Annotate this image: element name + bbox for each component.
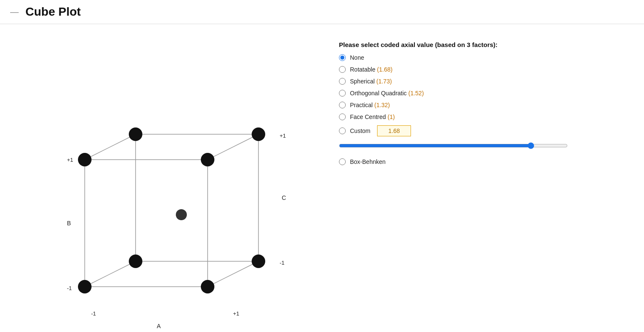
cube-edge [208,134,258,160]
radio-item-face-centred[interactable]: Face Centred (1) [339,113,627,120]
c-neg-label: -1 [280,260,285,266]
radio-label-ortho: Orthogonal Quadratic (1.52) [350,90,424,97]
custom-radio-label[interactable]: Custom [339,127,370,134]
cube-vertex [201,153,214,166]
radio-item-box-behnken[interactable]: Box-Behnken [339,158,627,165]
radio-item-practical[interactable]: Practical (1.32) [339,102,627,108]
cube-plot-area: -1 +1 A +1 -1 B -1 +1 C [17,33,314,332]
cube-vertex [129,127,142,141]
cube-vertex [78,280,92,293]
main-content: -1 +1 A +1 -1 B -1 +1 C Please select co… [0,24,644,332]
slider-container [339,142,627,151]
radio-custom[interactable] [339,127,346,134]
page-title: Cube Plot [25,5,81,19]
cube-vertex [201,280,214,293]
b-neg-label: -1 [67,285,72,291]
axial-slider[interactable] [339,142,568,149]
radio-label-face-centred: Face Centred (1) [350,113,395,120]
radio-label-box-behnken: Box-Behnken [350,158,386,165]
radio-spherical[interactable] [339,78,346,85]
panel-title: Please select coded axial value (based o… [339,41,627,48]
radio-label-custom: Custom [350,127,370,134]
cube-vertex [252,127,265,141]
custom-value-input[interactable] [377,125,411,136]
radio-none[interactable] [339,54,346,61]
radio-item-none[interactable]: None [339,54,627,61]
radio-item-ortho[interactable]: Orthogonal Quadratic (1.52) [339,90,627,97]
cube-center [176,209,187,220]
radio-label-rotatable: Rotatable (1.68) [350,66,392,73]
header: — Cube Plot [0,0,644,24]
cube-edge [208,261,258,287]
cube-vertex [78,153,92,166]
a-neg-label: -1 [91,310,96,317]
b-axis-label: B [67,220,71,227]
header-dash: — [10,7,19,17]
radio-ortho[interactable] [339,90,346,97]
cube-vertex [252,255,265,268]
c-pos-label: +1 [280,133,286,139]
cube-svg: -1 +1 A +1 -1 B -1 +1 C [17,33,305,332]
radio-face-centred[interactable] [339,113,346,120]
right-panel: Please select coded axial value (based o… [339,33,627,165]
radio-item-spherical[interactable]: Spherical (1.73) [339,78,627,85]
radio-item-custom: Custom [339,125,627,136]
radio-label-none: None [350,54,364,61]
radio-item-rotatable[interactable]: Rotatable (1.68) [339,66,627,73]
radio-label-practical: Practical (1.32) [350,102,390,108]
cube-edge [85,261,136,287]
a-pos-label: +1 [233,310,239,317]
radio-rotatable[interactable] [339,66,346,73]
cube-edge [85,134,136,160]
c-axis-label: C [282,194,286,201]
radio-label-spherical: Spherical (1.73) [350,78,392,85]
a-axis-label: A [157,323,161,329]
b-pos-label: +1 [67,157,73,163]
radio-practical[interactable] [339,102,346,108]
cube-vertex [129,255,142,268]
radio-box-behnken[interactable] [339,158,346,165]
radio-group: None Rotatable (1.68) Spherical (1.73) [339,54,627,165]
